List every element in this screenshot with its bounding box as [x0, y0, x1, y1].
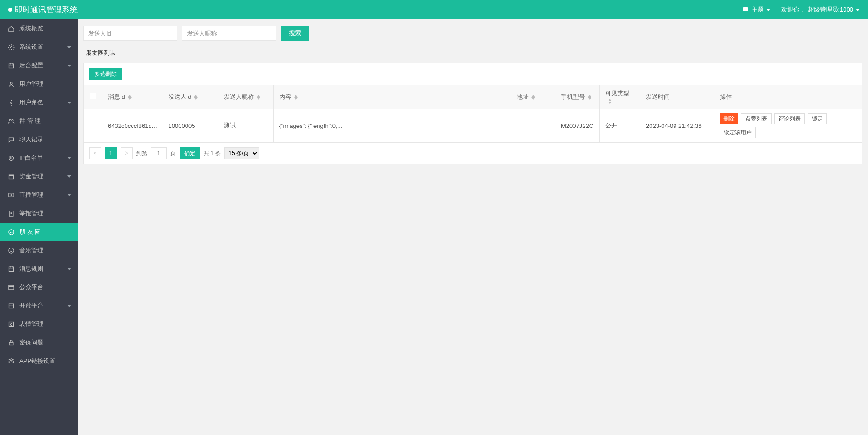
sidebar-item-label: 用户角色 — [19, 98, 43, 107]
next-page-button[interactable]: > — [121, 147, 133, 159]
table-header-row: 消息Id 发送人Id 发送人昵称 内容 地址 手机型号 可见类型 发送时间 操作 — [84, 85, 862, 109]
svg-rect-17 — [9, 322, 13, 326]
header-nickname[interactable]: 发送人昵称 — [218, 85, 273, 109]
sort-icon — [608, 99, 612, 104]
chevron-down-icon — [67, 157, 71, 159]
sidebar-item[interactable]: 直播管理 — [0, 186, 78, 204]
palette-icon — [742, 6, 749, 14]
sidebar-item-label: 系统概览 — [19, 24, 43, 33]
delete-button[interactable]: 删除 — [720, 113, 738, 124]
sidebar-item-label: 群 管 理 — [19, 117, 41, 125]
section-title: 朋友圈列表 — [78, 47, 868, 63]
svg-point-18 — [10, 323, 12, 325]
svg-point-1 — [10, 46, 12, 48]
sidebar-item[interactable]: 系统概览 — [0, 19, 78, 38]
sidebar-item-label: APP链接设置 — [19, 357, 55, 365]
header-phone[interactable]: 手机型号 — [555, 85, 600, 109]
sidebar-item-label: 公众平台 — [19, 283, 43, 291]
logo-dot-icon — [8, 8, 12, 12]
sidebar-item[interactable]: 系统设置 — [0, 38, 78, 56]
header-address[interactable]: 地址 — [511, 85, 555, 109]
sort-icon — [257, 95, 260, 100]
svg-point-13 — [8, 248, 13, 253]
search-button[interactable]: 搜索 — [281, 26, 309, 41]
multi-delete-button[interactable]: 多选删除 — [89, 68, 122, 80]
sidebar-item[interactable]: 用户管理 — [0, 75, 78, 93]
app-title: 即时通讯管理系统 — [15, 5, 78, 15]
sender-nick-input[interactable] — [182, 26, 276, 41]
page-size-select[interactable]: 15 条/页 — [224, 147, 259, 159]
menu-icon — [7, 99, 15, 106]
cell-phone: M2007J22C — [555, 109, 600, 143]
page-number-button[interactable]: 1 — [105, 147, 117, 159]
header-right: 主题 欢迎你， 超级管理员:1000 — [742, 6, 860, 14]
user-dropdown[interactable]: 欢迎你， 超级管理员:1000 — [781, 6, 860, 14]
menu-icon — [7, 43, 15, 51]
sidebar-item[interactable]: 举报管理 — [0, 204, 78, 223]
chevron-down-icon — [67, 268, 71, 270]
cell-content: {"images":[{"length":0,... — [273, 109, 511, 143]
sidebar-item[interactable]: 表情管理 — [0, 315, 78, 333]
menu-icon — [7, 339, 15, 346]
row-checkbox[interactable] — [90, 122, 96, 128]
sidebar-item-label: 朋 友 圈 — [19, 228, 41, 236]
lock-user-button[interactable]: 锁定该用户 — [720, 127, 756, 138]
goto-suffix: 页 — [170, 150, 176, 157]
header-msgid[interactable]: 消息Id — [102, 85, 163, 109]
theme-dropdown[interactable]: 主题 — [742, 6, 770, 14]
sender-id-input[interactable] — [83, 26, 177, 41]
sidebar-item[interactable]: 公众平台 — [0, 278, 78, 296]
sidebar-item[interactable]: APP链接设置 — [0, 352, 78, 370]
chevron-down-icon — [67, 46, 71, 48]
menu-icon — [7, 320, 15, 328]
sidebar-item-label: 聊天记录 — [19, 135, 43, 144]
svg-rect-9 — [9, 175, 13, 179]
sidebar-item[interactable]: 消息规则 — [0, 260, 78, 278]
menu-icon — [7, 117, 15, 125]
svg-point-5 — [9, 119, 11, 121]
sidebar-item-label: 用户管理 — [19, 80, 43, 88]
sidebar-item[interactable]: IP白名单 — [0, 149, 78, 167]
cell-actions: 删除点赞列表评论列表锁定锁定该用户 — [714, 109, 862, 143]
menu-icon — [7, 265, 15, 272]
sidebar-item[interactable]: 朋 友 圈 — [0, 223, 78, 241]
cell-msgid: 6432c0cccf861d... — [102, 109, 163, 143]
sidebar-item[interactable]: 音乐管理 — [0, 241, 78, 260]
goto-confirm-button[interactable]: 确定 — [180, 147, 200, 159]
sidebar-item[interactable]: 资金管理 — [0, 167, 78, 186]
menu-icon — [7, 247, 15, 254]
sidebar-item[interactable]: 密保问题 — [0, 333, 78, 352]
header-content[interactable]: 内容 — [273, 85, 511, 109]
sort-icon — [194, 95, 198, 100]
header-visible[interactable]: 可见类型 — [600, 85, 640, 109]
total-text: 共 1 条 — [204, 150, 221, 157]
sidebar-item[interactable]: 用户角色 — [0, 93, 78, 112]
sidebar-item-label: 资金管理 — [19, 172, 43, 181]
menu-icon — [7, 80, 15, 88]
sidebar-item[interactable]: 后台配置 — [0, 56, 78, 75]
comment-list-button[interactable]: 评论列表 — [774, 113, 805, 124]
chevron-down-icon — [67, 65, 71, 67]
menu-icon — [7, 136, 15, 143]
sort-icon — [588, 95, 591, 100]
svg-rect-0 — [743, 7, 748, 11]
sidebar-item[interactable]: 聊天记录 — [0, 130, 78, 149]
table-row: 6432c0cccf861d...10000005测试{"images":[{"… — [84, 109, 862, 143]
svg-rect-14 — [9, 267, 13, 271]
welcome-prefix: 欢迎你， — [781, 6, 805, 14]
list-card: 多选删除 消息Id 发送人Id 发送人昵称 内容 地址 手机型号 可见类型 发送… — [83, 63, 862, 164]
theme-label: 主题 — [752, 6, 764, 14]
lock-button[interactable]: 锁定 — [808, 113, 827, 124]
chevron-down-icon — [766, 9, 770, 11]
sidebar-item[interactable]: 开放平台 — [0, 296, 78, 315]
sidebar-item[interactable]: 群 管 理 — [0, 112, 78, 130]
goto-page-input[interactable] — [151, 147, 167, 159]
header-senderid[interactable]: 发送人Id — [163, 85, 218, 109]
select-all-checkbox[interactable] — [90, 93, 96, 99]
sidebar: 系统概览系统设置后台配置用户管理用户角色群 管 理聊天记录IP白名单资金管理直播… — [0, 19, 78, 435]
svg-point-6 — [12, 119, 13, 121]
svg-point-12 — [8, 229, 13, 234]
prev-page-button[interactable]: < — [89, 147, 101, 159]
cell-address — [511, 109, 555, 143]
like-list-button[interactable]: 点赞列表 — [741, 113, 772, 124]
